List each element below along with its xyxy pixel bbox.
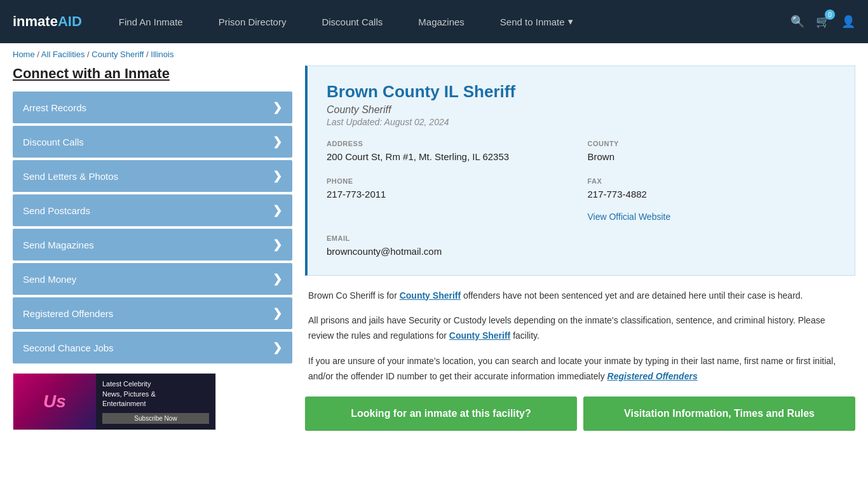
- county-section: COUNTY Brown: [588, 140, 836, 165]
- phone-label: PHONE: [327, 177, 575, 185]
- email-value: browncounty@hotmail.com: [327, 245, 575, 259]
- address-label: ADDRESS: [327, 140, 575, 147]
- arrow-icon: ❯: [273, 238, 282, 252]
- breadcrumb-home[interactable]: Home: [13, 50, 35, 59]
- sidebar-item-arrest-records[interactable]: Arrest Records ❯: [13, 92, 292, 123]
- sidebar-title: Connect with an Inmate: [13, 65, 292, 82]
- nav-send-to-inmate[interactable]: Send to Inmate ▾: [482, 16, 591, 27]
- facility-updated: Last Updated: August 02, 2024: [327, 117, 836, 127]
- user-icon[interactable]: 👤: [841, 15, 855, 29]
- fax-section: FAX 217-773-4882 View Official Website: [588, 177, 836, 222]
- fax-value: 217-773-4882: [588, 187, 836, 202]
- sidebar-menu: Arrest Records ❯ Discount Calls ❯ Send L…: [13, 92, 292, 363]
- description-para-3: If you are unsure of your inmate’s locat…: [308, 354, 852, 384]
- nav-prison-directory[interactable]: Prison Directory: [201, 17, 304, 27]
- sidebar-item-send-magazines[interactable]: Send Magazines ❯: [13, 229, 292, 261]
- arrow-icon: ❯: [273, 169, 282, 183]
- address-value: 200 Court St, Rm #1, Mt. Sterling, IL 62…: [327, 150, 575, 165]
- website-link[interactable]: View Official Website: [588, 212, 671, 222]
- arrow-icon: ❯: [273, 306, 282, 320]
- facility-details: ADDRESS 200 Court St, Rm #1, Mt. Sterlin…: [327, 140, 836, 259]
- arrow-icon: ❯: [273, 100, 282, 114]
- description-para-1: Brown Co Sheriff is for County Sheriff o…: [308, 288, 852, 304]
- ad-image: Us: [13, 374, 96, 430]
- facility-card: Brown County IL Sheriff County Sheriff L…: [305, 65, 855, 276]
- looking-for-inmate-button[interactable]: Looking for an inmate at this facility?: [305, 396, 577, 431]
- phone-value: 217-773-2011: [327, 187, 575, 202]
- description-section: Brown Co Sheriff is for County Sheriff o…: [305, 288, 855, 384]
- ad-text: Latest Celebrity News, Pictures & Entert…: [102, 379, 209, 409]
- breadcrumb-all-facilities[interactable]: All Facilities: [41, 50, 85, 59]
- nav-discount-calls[interactable]: Discount Calls: [304, 17, 400, 27]
- county-label: COUNTY: [588, 140, 836, 147]
- dropdown-arrow-icon: ▾: [568, 16, 573, 27]
- search-icon[interactable]: 🔍: [790, 15, 804, 29]
- facility-type: County Sheriff: [327, 104, 836, 116]
- facility-name: Brown County IL Sheriff: [327, 82, 836, 102]
- nav-find-inmate[interactable]: Find An Inmate: [101, 17, 201, 27]
- advertisement[interactable]: Us Latest Celebrity News, Pictures & Ent…: [13, 373, 216, 430]
- ad-subscribe-button[interactable]: Subscribe Now: [102, 413, 209, 424]
- email-section: EMAIL browncounty@hotmail.com: [327, 234, 575, 259]
- arrow-icon: ❯: [273, 135, 282, 149]
- breadcrumb-county-sheriff[interactable]: County Sheriff: [92, 50, 144, 59]
- description-para-2: All prisons and jails have Security or C…: [308, 313, 852, 344]
- content-area: Brown County IL Sheriff County Sheriff L…: [305, 65, 855, 431]
- sidebar-item-send-postcards[interactable]: Send Postcards ❯: [13, 194, 292, 226]
- sidebar-item-send-money[interactable]: Send Money ❯: [13, 263, 292, 295]
- email-label: EMAIL: [327, 234, 575, 242]
- breadcrumb-illinois[interactable]: Illinois: [151, 50, 173, 59]
- cart-icon[interactable]: 🛒 0: [816, 15, 830, 29]
- nav-magazines[interactable]: Magazines: [400, 17, 482, 27]
- county-sheriff-link-1[interactable]: County Sheriff: [400, 290, 461, 301]
- arrow-icon: ❯: [273, 272, 282, 286]
- breadcrumb: Home / All Facilities / County Sheriff /…: [0, 43, 868, 65]
- phone-section: PHONE 217-773-2011: [327, 177, 575, 222]
- registered-offenders-link[interactable]: Registered Offenders: [607, 371, 698, 381]
- sidebar: Connect with an Inmate Arrest Records ❯ …: [13, 65, 292, 431]
- arrow-icon: ❯: [273, 203, 282, 217]
- nav-right: 🔍 🛒 0 👤: [790, 15, 855, 29]
- nav-links: Find An Inmate Prison Directory Discount…: [101, 16, 790, 27]
- sidebar-item-discount-calls[interactable]: Discount Calls ❯: [13, 126, 292, 158]
- logo[interactable]: inmateAID: [13, 13, 82, 30]
- visitation-info-button[interactable]: Visitation Information, Times and Rules: [583, 396, 855, 431]
- county-sheriff-link-2[interactable]: County Sheriff: [449, 330, 510, 341]
- ad-content: Latest Celebrity News, Pictures & Entert…: [96, 374, 215, 430]
- arrow-icon: ❯: [273, 341, 282, 355]
- sidebar-item-second-chance-jobs[interactable]: Second Chance Jobs ❯: [13, 332, 292, 363]
- fax-label: FAX: [588, 177, 836, 185]
- cart-badge: 0: [825, 10, 835, 20]
- county-value: Brown: [588, 150, 836, 165]
- address-section: ADDRESS 200 Court St, Rm #1, Mt. Sterlin…: [327, 140, 575, 165]
- ad-logo: Us: [43, 391, 66, 412]
- sidebar-item-registered-offenders[interactable]: Registered Offenders ❯: [13, 297, 292, 329]
- bottom-buttons: Looking for an inmate at this facility? …: [305, 396, 855, 431]
- navigation: inmateAID Find An Inmate Prison Director…: [0, 0, 868, 43]
- main-container: Connect with an Inmate Arrest Records ❯ …: [0, 65, 868, 444]
- sidebar-item-send-letters[interactable]: Send Letters & Photos ❯: [13, 160, 292, 192]
